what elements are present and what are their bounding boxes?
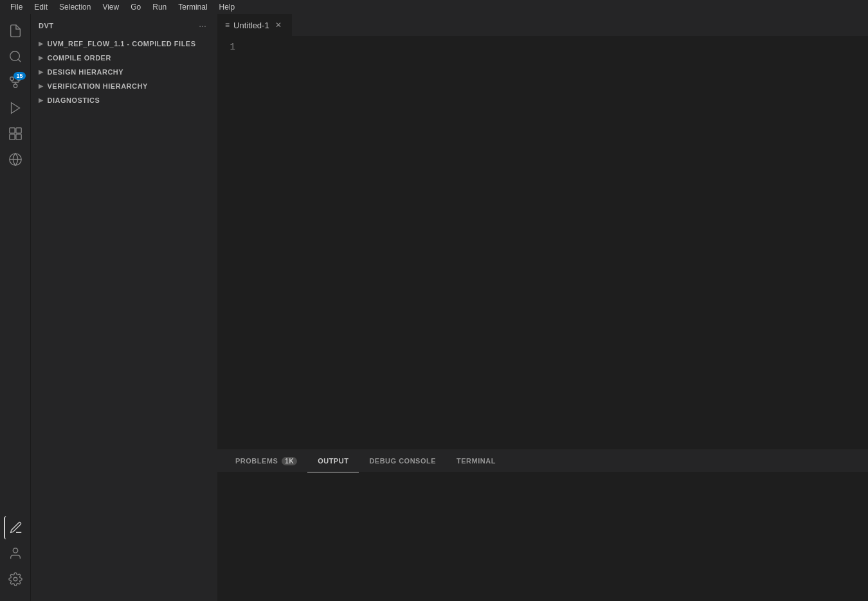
tree-arrow-uvm: ▶ — [39, 40, 44, 47]
sidebar-content[interactable]: ▶ UVM_REF_FLOW_1.1 - COMPILED FILES ▶ CO… — [31, 37, 217, 601]
tab-problems-label: PROBLEMS — [235, 457, 278, 465]
tab-terminal[interactable]: TERMINAL — [446, 450, 506, 472]
line-number-1: 1 — [225, 42, 235, 52]
tab-close-button[interactable]: ✕ — [273, 20, 284, 30]
svg-rect-10 — [15, 134, 21, 139]
tree-arrow-diagnostics: ▶ — [39, 97, 44, 103]
tab-problems[interactable]: PROBLEMS 1K — [225, 450, 307, 472]
sidebar: DVT ··· ▶ UVM_REF_FLOW_1.1 - COMPILED FI… — [31, 14, 217, 601]
dvt-panel: DVT ··· ▶ UVM_REF_FLOW_1.1 - COMPILED FI… — [31, 14, 217, 601]
tree-arrow-verification: ▶ — [39, 83, 44, 89]
bottom-panel: PROBLEMS 1K OUTPUT DEBUG CONSOLE TERMINA… — [217, 449, 868, 601]
sidebar-more-actions[interactable]: ··· — [195, 19, 210, 33]
debug-icon[interactable] — [4, 96, 27, 120]
sidebar-header: DVT ··· — [31, 14, 217, 37]
tab-label: Untitled-1 — [233, 21, 269, 30]
menu-run[interactable]: Run — [147, 1, 172, 13]
sidebar-panel-title: DVT — [39, 22, 54, 30]
extensions-icon[interactable] — [4, 122, 27, 145]
svg-rect-8 — [15, 128, 21, 133]
source-control-badge: 15 — [14, 72, 25, 80]
svg-marker-6 — [11, 103, 19, 114]
menu-view[interactable]: View — [97, 1, 124, 13]
menu-go[interactable]: Go — [125, 1, 146, 13]
tab-terminal-label: TERMINAL — [457, 457, 496, 465]
tree-item-design-hierarchy[interactable]: ▶ DESIGN HIERARCHY — [31, 65, 217, 79]
svg-point-3 — [10, 77, 14, 81]
source-control-icon[interactable]: 15 — [4, 71, 27, 94]
editor-area: ≡ Untitled-1 ✕ 1 PROBLEMS 1K OUTPUT — [217, 14, 868, 601]
tab-debug-console-label: DEBUG CONSOLE — [369, 457, 436, 465]
files-icon[interactable] — [4, 19, 27, 42]
tree-item-verification-hierarchy[interactable]: ▶ VERIFICATION HIERARCHY — [31, 79, 217, 93]
line-numbers: 1 — [217, 37, 243, 449]
tree-item-uvm-ref-flow[interactable]: ▶ UVM_REF_FLOW_1.1 - COMPILED FILES — [31, 37, 217, 51]
svg-point-0 — [10, 51, 19, 61]
dvt-icon[interactable] — [4, 516, 27, 539]
menu-terminal[interactable]: Terminal — [173, 1, 212, 13]
tab-debug-console[interactable]: DEBUG CONSOLE — [359, 450, 446, 472]
menu-edit[interactable]: Edit — [29, 1, 53, 13]
panel-content[interactable] — [217, 472, 868, 601]
tree-item-label-uvm: UVM_REF_FLOW_1.1 - COMPILED FILES — [48, 40, 196, 48]
search-icon[interactable] — [4, 45, 27, 68]
problems-badge: 1K — [282, 457, 297, 465]
account-icon[interactable] — [4, 542, 27, 565]
remote-icon[interactable] — [4, 148, 27, 171]
tree-item-compile-order[interactable]: ▶ COMPILE ORDER — [31, 51, 217, 65]
editor-text-area[interactable] — [243, 37, 868, 449]
tab-output[interactable]: OUTPUT — [307, 450, 359, 472]
svg-point-12 — [13, 548, 17, 553]
activity-bar: 15 — [0, 14, 31, 601]
tab-file-icon: ≡ — [225, 21, 230, 30]
menu-help[interactable]: Help — [214, 1, 240, 13]
tree-item-label-compile: COMPILE ORDER — [48, 54, 111, 62]
tab-untitled-1[interactable]: ≡ Untitled-1 ✕ — [217, 14, 292, 36]
svg-rect-7 — [9, 128, 14, 133]
editor-content[interactable]: 1 — [217, 37, 868, 449]
editor-tabs: ≡ Untitled-1 ✕ — [217, 14, 868, 37]
svg-line-1 — [18, 59, 21, 62]
tree-item-diagnostics[interactable]: ▶ DIAGNOSTICS — [31, 93, 217, 107]
tree-item-label-verification: VERIFICATION HIERARCHY — [48, 82, 148, 90]
tree-arrow-design: ▶ — [39, 69, 44, 75]
menu-selection[interactable]: Selection — [54, 1, 96, 13]
sidebar-actions: ··· — [195, 19, 210, 33]
panel-tabs: PROBLEMS 1K OUTPUT DEBUG CONSOLE TERMINA… — [217, 450, 868, 472]
tab-output-label: OUTPUT — [318, 457, 348, 465]
tree-arrow-compile: ▶ — [39, 55, 44, 61]
svg-point-13 — [14, 577, 17, 581]
settings-icon[interactable] — [4, 568, 27, 591]
svg-point-2 — [14, 84, 17, 88]
menubar: File Edit Selection View Go Run Terminal… — [0, 0, 868, 14]
menu-file[interactable]: File — [5, 1, 28, 13]
tree-item-label-design: DESIGN HIERARCHY — [48, 68, 124, 76]
svg-rect-9 — [9, 134, 14, 139]
main-container: 15 — [0, 14, 868, 601]
tree-item-label-diagnostics: DIAGNOSTICS — [48, 96, 100, 104]
